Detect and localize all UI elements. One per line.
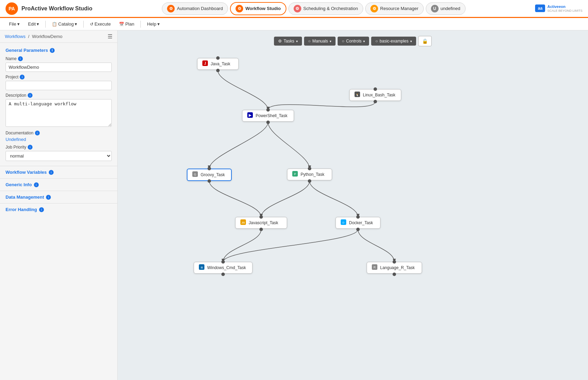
task-icon-groovy: G	[192, 171, 199, 178]
conn-dot-top-windows	[221, 260, 225, 264]
name-info-badge[interactable]: i	[18, 56, 23, 61]
name-input[interactable]	[6, 63, 112, 72]
name-label: Name i	[6, 56, 112, 61]
svg-text:J: J	[204, 61, 206, 65]
nav-label-undefined: undefined	[441, 6, 460, 11]
svg-text:G: G	[194, 173, 196, 176]
basic-examples-btn[interactable]: ○ basic-examples ▾	[371, 37, 416, 46]
description-info-badge[interactable]: i	[28, 93, 33, 98]
menu-edit[interactable]: Edit ▾	[25, 20, 43, 28]
menu-separator-3	[140, 21, 141, 28]
menu-separator-2	[83, 21, 84, 28]
conn-dot-bottom-docker	[356, 228, 360, 231]
conn-dot-top-java	[216, 56, 220, 60]
svg-text:⊞: ⊞	[201, 266, 203, 269]
arrow-docker-to-windows	[223, 229, 358, 262]
job-priority-select[interactable]: normal low high urgent idle	[6, 151, 112, 161]
arrow-python-to-docker	[310, 181, 358, 217]
general-params-title: General Parameters i	[6, 48, 112, 53]
data-management-section[interactable]: Data Management i	[0, 191, 117, 203]
project-input[interactable]	[6, 81, 112, 90]
documentation-value[interactable]: Undefined	[6, 137, 112, 142]
lock-btn[interactable]: 🔒	[418, 36, 432, 46]
project-info-badge[interactable]: i	[20, 75, 25, 79]
task-node-javascript[interactable]: JS Javascript_Task	[235, 217, 287, 229]
task-node-linux[interactable]: 🐧 Linux_Bash_Task	[349, 89, 401, 101]
task-icon-linux: 🐧	[354, 92, 361, 98]
arrow-powershell-to-python	[268, 122, 310, 169]
nav-app-scheduling[interactable]: ⚙Scheduling & Orchestration	[288, 2, 363, 15]
header-left: PA ProActive Workflow Studio	[6, 2, 92, 15]
arrow-docker-to-language_r	[358, 229, 394, 262]
conn-dot-top-language_r	[393, 260, 396, 264]
svg-text:JS: JS	[241, 221, 245, 224]
breadcrumb-separator: /	[28, 34, 29, 39]
documentation-info-badge[interactable]: i	[35, 131, 40, 135]
nav-app-resource[interactable]: ⚙Resource Manager	[365, 2, 424, 15]
task-icon-javascript: JS	[240, 219, 247, 226]
workflow-variables-section[interactable]: Workflow Variables i	[0, 166, 117, 178]
task-label-powershell: PowerShell_Task	[256, 113, 287, 118]
task-label-language_r: Language_R_Task	[380, 265, 415, 270]
task-icon-language_r: R	[371, 264, 378, 271]
menu-help[interactable]: Help ▾	[144, 20, 163, 28]
task-node-language_r[interactable]: R Language_R_Task	[367, 262, 422, 274]
controls-btn[interactable]: ○ Controls ▾	[338, 37, 369, 46]
conn-dot-bottom-java	[216, 69, 220, 72]
generic-info-badge: i	[34, 182, 39, 187]
breadcrumb-root[interactable]: Workflows	[5, 34, 26, 39]
menubar: File ▾ Edit ▾ 📋 Catalog ▾ ↺ Execute 📅 Pl…	[0, 18, 588, 30]
nav-app-automation[interactable]: ⚙Automation Dashboard	[162, 2, 228, 15]
task-label-java: Java_Task	[211, 61, 230, 66]
generic-info-section[interactable]: Generic Info i	[0, 178, 117, 191]
task-node-python[interactable]: P Python_Task	[287, 169, 332, 180]
arrow-groovy-to-javascript	[209, 181, 261, 217]
task-node-windows[interactable]: ⊞ Windows_Cmd_Task	[194, 262, 252, 274]
menu-file[interactable]: File ▾	[6, 20, 23, 28]
description-textarea[interactable]	[6, 99, 112, 127]
manuals-btn[interactable]: ○ Manuals ▾	[304, 37, 336, 46]
svg-text:D: D	[342, 221, 344, 224]
task-node-powershell[interactable]: ▶ PowerShell_Task	[242, 110, 294, 122]
menu-plan[interactable]: 📅 Plan	[116, 20, 138, 28]
list-view-icon[interactable]: ☰	[108, 33, 112, 40]
error-handling-section[interactable]: Error Handling i	[0, 203, 117, 216]
main-container: Workflows / WorkflowDemo ☰ General Param…	[0, 30, 588, 380]
menu-separator-1	[45, 21, 46, 28]
arrow-powershell-to-groovy	[209, 122, 268, 169]
breadcrumb: Workflows / WorkflowDemo	[5, 34, 62, 39]
arrow-linux-to-powershell	[268, 102, 375, 110]
task-icon-java: J	[202, 60, 209, 67]
menu-execute[interactable]: ↺ Execute	[86, 20, 114, 28]
nav-app-undefined[interactable]: Uundefined	[426, 2, 466, 15]
task-node-java[interactable]: J Java_Task	[197, 58, 239, 70]
nav-app-workflow[interactable]: ⚙Workflow Studio	[230, 2, 286, 15]
task-node-docker[interactable]: D Docker_Task	[336, 217, 380, 229]
svg-text:P: P	[294, 172, 296, 176]
task-icon-python: P	[292, 171, 298, 178]
nav-dot-resource: ⚙	[370, 5, 378, 12]
svg-text:R: R	[374, 266, 376, 269]
general-params-info-badge[interactable]: i	[50, 48, 55, 53]
task-label-groovy: Groovy_Task	[201, 172, 225, 177]
sidebar-header: Workflows / WorkflowDemo ☰	[0, 30, 117, 43]
header-nav: ⚙Automation Dashboard⚙Workflow Studio⚙Sc…	[162, 2, 465, 15]
menu-catalog[interactable]: 📋 Catalog ▾	[48, 20, 81, 28]
conn-dot-bottom-language_r	[393, 273, 396, 276]
arrow-java-to-powershell	[218, 70, 268, 110]
conn-dot-bottom-linux	[374, 100, 377, 103]
nav-label-scheduling: Scheduling & Orchestration	[303, 6, 358, 11]
documentation-label: Documentation i	[6, 131, 112, 135]
nav-label-workflow: Workflow Studio	[245, 6, 281, 11]
arrow-javascript-to-windows	[223, 229, 261, 262]
sidebar: Workflows / WorkflowDemo ☰ General Param…	[0, 30, 118, 380]
conn-dot-top-python	[308, 167, 311, 170]
task-label-docker: Docker_Task	[349, 220, 373, 225]
job-priority-info-badge[interactable]: i	[28, 145, 33, 150]
task-label-python: Python_Task	[301, 172, 324, 177]
tasks-btn[interactable]: ⚙ Tasks ▾	[274, 37, 302, 46]
task-icon-powershell: ▶	[247, 112, 254, 119]
nav-dot-automation: ⚙	[167, 5, 175, 12]
nav-dot-scheduling: ⚙	[294, 5, 301, 12]
workflow-canvas[interactable]: ⚙ Tasks ▾ ○ Manuals ▾ ○ Controls ▾ ○ bas…	[118, 30, 588, 380]
